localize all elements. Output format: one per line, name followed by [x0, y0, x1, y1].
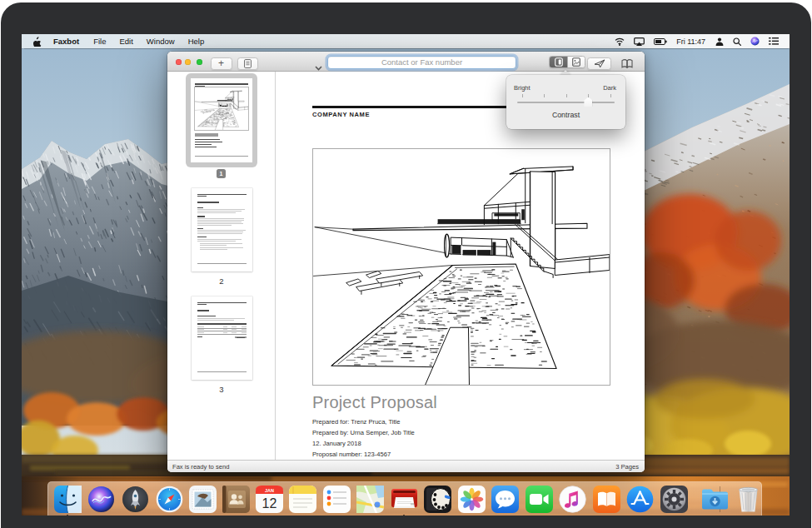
- dock-icon-mail[interactable]: [189, 486, 217, 513]
- dock-icon-trash[interactable]: [735, 486, 762, 513]
- slider-tick: [522, 94, 523, 97]
- dock-icon-fax-dialer[interactable]: [424, 486, 451, 513]
- document-title: Project Proposal: [312, 393, 437, 412]
- selected-page-badge: 1: [217, 169, 226, 178]
- dock-icon-calendar[interactable]: JAN12: [256, 486, 283, 513]
- zoom-button[interactable]: [197, 59, 202, 65]
- menu-clock[interactable]: Fri 11:47: [671, 37, 710, 46]
- thumbnail-architecture-drawing: [195, 87, 248, 130]
- greeked-text-line: [197, 225, 232, 226]
- menu-item-window[interactable]: Window: [140, 37, 182, 46]
- greeked-text-line: [197, 318, 245, 319]
- greeked-text-line: [195, 83, 248, 85]
- close-button[interactable]: [176, 59, 182, 65]
- dock-icon-siri[interactable]: [87, 486, 115, 513]
- dock-icon-books[interactable]: [593, 486, 620, 513]
- send-fax-button[interactable]: [587, 57, 611, 70]
- contrast-slider-thumb[interactable]: [584, 97, 592, 107]
- menu-item-help[interactable]: Help: [182, 37, 212, 46]
- thumbnail-page-2[interactable]: [192, 188, 252, 271]
- slider-tick: [588, 94, 589, 97]
- greeked-text-line: [197, 212, 236, 213]
- greeked-text-line: [197, 336, 202, 337]
- svg-text:JAN: JAN: [264, 488, 273, 493]
- greeked-text-line: [232, 329, 237, 330]
- dock-icon-facetime[interactable]: [526, 486, 553, 513]
- contrast-slider-track[interactable]: [517, 102, 615, 103]
- greeked-text-line: [197, 216, 205, 217]
- greeked-text-line: [197, 194, 247, 195]
- greeked-text-line: [197, 371, 247, 372]
- new-fax-button[interactable]: [237, 57, 258, 70]
- photo-view-button[interactable]: [567, 57, 585, 67]
- greeked-text-line: [197, 316, 216, 316]
- add-page-button[interactable]: +: [211, 57, 232, 70]
- menu-item-file[interactable]: File: [87, 37, 112, 46]
- framed-screenshot: Faxbot File Edit Window Help Fri 11:47: [0, 0, 812, 528]
- fax-number-input[interactable]: [327, 56, 516, 70]
- dock-icon-system-preferences[interactable]: [660, 486, 688, 513]
- dock-icon-contacts[interactable]: [222, 486, 250, 513]
- dock-icon-itunes[interactable]: [559, 486, 586, 513]
- slider-ticks: [506, 94, 625, 97]
- greeked-text-line: [197, 202, 219, 203]
- desktop-screen: Faxbot File Edit Window Help Fri 11:47: [22, 34, 790, 516]
- thumbnail-page-1-selected[interactable]: [186, 73, 257, 167]
- document-prepared-for: Prepared for: Trenz Pruca, Title: [312, 418, 401, 426]
- slider-tick: [544, 94, 545, 97]
- menu-bar: Faxbot File Edit Window Help Fri 11:47: [22, 34, 790, 48]
- siri-icon[interactable]: [745, 37, 764, 46]
- notification-center-icon[interactable]: [764, 37, 783, 45]
- greeked-text-line: [197, 207, 203, 208]
- window-content: 1 2 3 COMPANY NAME: [167, 72, 645, 460]
- contrast-popover: Bright Dark Contrast: [506, 75, 625, 129]
- bright-label: Bright: [514, 84, 531, 92]
- dock-icon-reminders[interactable]: [323, 486, 351, 513]
- dock-icon-downloads[interactable]: [701, 486, 729, 513]
- greeked-text-line: [197, 209, 245, 210]
- greeked-text-line: [197, 323, 247, 326]
- dock-icon-app-store[interactable]: [626, 486, 654, 513]
- bookmarks-button[interactable]: [621, 57, 633, 72]
- greeked-text-line: [223, 329, 227, 330]
- user-icon[interactable]: [710, 37, 728, 46]
- dock-icon-messages[interactable]: [491, 486, 519, 513]
- greeked-text-line: [197, 329, 204, 330]
- apple-menu-icon[interactable]: [22, 37, 46, 47]
- status-bar: Fax is ready to send 3 Pages: [167, 460, 645, 472]
- running-indicator-faxbot-printer: [403, 515, 406, 516]
- view-segmented-control: [549, 56, 585, 68]
- dock-icon-maps[interactable]: [356, 486, 384, 513]
- wifi-icon[interactable]: [610, 37, 629, 46]
- greeked-text-line: [242, 329, 247, 330]
- faxbot-window: +: [167, 52, 645, 472]
- greeked-text-line: [197, 233, 242, 234]
- page-icon: [244, 59, 252, 68]
- battery-icon[interactable]: [649, 38, 671, 45]
- thumbnail-page-3[interactable]: [192, 296, 252, 380]
- greeked-text-line: [200, 247, 243, 248]
- greeked-text-line: [197, 196, 207, 197]
- dock-icon-photos[interactable]: [458, 486, 486, 513]
- greeked-text-line: [197, 304, 207, 305]
- dock-icon-launchpad[interactable]: [122, 486, 149, 513]
- dock-icon-safari[interactable]: [156, 486, 183, 513]
- minimize-button[interactable]: [185, 59, 191, 65]
- greeked-text-line: [197, 223, 243, 224]
- contrast-view-button[interactable]: [550, 57, 567, 67]
- greeked-text-line: [197, 228, 203, 229]
- dock-icon-faxbot-printer[interactable]: [391, 486, 418, 513]
- menu-item-edit[interactable]: Edit: [112, 37, 139, 46]
- running-indicator-finder: [67, 515, 69, 516]
- greeked-text-line: [223, 326, 227, 327]
- spotlight-search-icon[interactable]: [728, 37, 745, 46]
- svg-text:12: 12: [262, 496, 276, 511]
- greeked-text-line: [197, 241, 236, 242]
- dock-icon-notes[interactable]: [289, 486, 316, 513]
- greeked-text-line: [232, 326, 237, 327]
- dock-icon-finder[interactable]: [54, 486, 82, 513]
- airplay-display-icon[interactable]: [629, 37, 649, 46]
- greeked-text-line: [197, 218, 244, 219]
- greeked-text-line: [223, 332, 227, 333]
- menu-app-name[interactable]: Faxbot: [46, 37, 87, 46]
